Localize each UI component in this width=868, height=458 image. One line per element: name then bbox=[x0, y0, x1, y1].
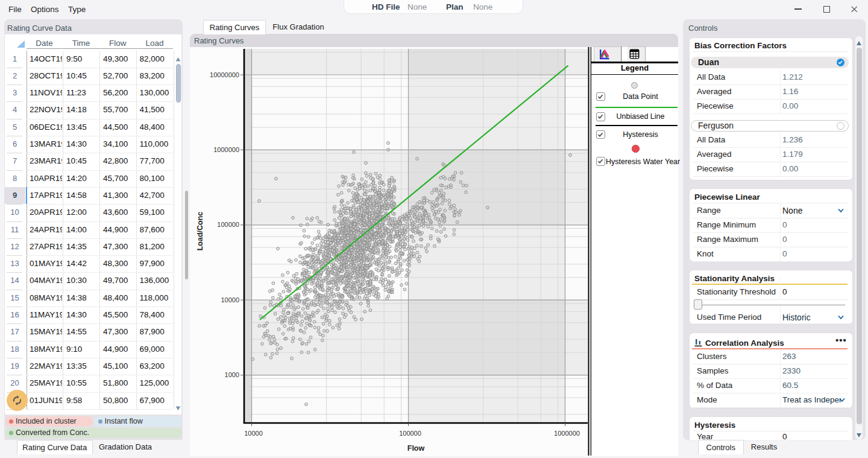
svg-text:1000: 1000 bbox=[225, 371, 239, 378]
svg-text:1000000: 1000000 bbox=[554, 430, 580, 437]
svg-text:100000: 100000 bbox=[399, 430, 421, 437]
svg-text:10000000: 10000000 bbox=[210, 71, 239, 78]
svg-text:100000: 100000 bbox=[217, 221, 239, 228]
svg-text:10000: 10000 bbox=[244, 430, 263, 437]
svg-text:1000000: 1000000 bbox=[213, 146, 239, 153]
svg-text:Load/Conc: Load/Conc bbox=[196, 212, 204, 251]
svg-text:10000: 10000 bbox=[221, 296, 239, 304]
svg-text:Flow: Flow bbox=[407, 444, 425, 453]
